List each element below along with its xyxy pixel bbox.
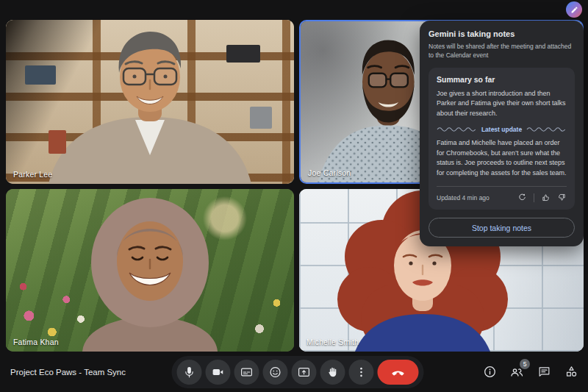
thumbs-down-icon (557, 193, 567, 202)
footer-separator (534, 193, 534, 202)
present-icon (298, 366, 311, 379)
more-options-button[interactable] (349, 360, 374, 385)
panel-title: Gemini is taking notes (429, 29, 575, 38)
shelf-box (25, 65, 56, 85)
mic-button[interactable] (177, 360, 202, 385)
shelf-box (49, 130, 66, 154)
latest-update-text: Fatima and Michelle have placed an order… (437, 138, 567, 178)
participant-name-label: Parker Lee (13, 170, 52, 179)
video-tile-fatima[interactable]: Fatima Khan (6, 189, 294, 352)
mic-icon (183, 366, 196, 379)
thumbs-up-icon (541, 193, 551, 202)
end-call-icon (391, 365, 406, 379)
refresh-icon (517, 193, 527, 202)
thumbs-down-button[interactable] (557, 193, 567, 202)
shelf-box (250, 107, 272, 129)
card-footer: Updated 4 min ago (437, 187, 567, 202)
stop-taking-notes-button[interactable]: Stop taking notes (429, 218, 575, 238)
panel-subtitle: Notes will be shared after the meeting a… (429, 42, 575, 60)
end-call-button[interactable] (378, 360, 419, 385)
latest-update-label: Latest update (481, 126, 522, 133)
summary-text: Joe gives a short introduction and then … (437, 89, 567, 119)
activities-button[interactable] (563, 364, 579, 380)
participants-button[interactable]: 5 (509, 364, 525, 380)
present-button[interactable] (292, 360, 317, 385)
raise-hand-icon (326, 366, 340, 379)
summary-title: Summary so far (437, 75, 567, 84)
captions-button[interactable] (234, 360, 259, 385)
fatima-portrait (6, 189, 294, 352)
summary-card: Summary so far Joe gives a short introdu… (429, 68, 575, 210)
more-options-icon (355, 366, 368, 379)
participant-name-label: Fatima Khan (13, 338, 59, 346)
gemini-notes-button[interactable] (566, 1, 582, 18)
activities-icon (564, 365, 578, 379)
chat-button[interactable] (536, 364, 552, 380)
info-icon (483, 365, 497, 379)
chat-icon (537, 365, 551, 379)
updated-timestamp: Updated 4 min ago (437, 194, 490, 202)
participant-name-label: Michelle Smith (306, 338, 359, 346)
reactions-button[interactable] (263, 360, 288, 385)
squiggle-icon (526, 126, 567, 132)
meeting-info-icons: 5 (481, 364, 579, 380)
call-controls (172, 356, 424, 388)
captions-icon (240, 366, 254, 379)
pencil-sparkle-icon (570, 6, 578, 14)
gemini-notes-panel: Gemini is taking notes Notes will be sha… (420, 21, 584, 246)
reactions-icon (269, 366, 282, 379)
meet-window: Parker Lee Joe Carlson (0, 0, 588, 392)
latest-update-divider: Latest update (437, 126, 567, 133)
raise-hand-button[interactable] (320, 360, 345, 385)
meeting-title: Project Eco Paws - Team Sync (10, 368, 126, 377)
camera-icon (212, 366, 225, 379)
camera-button[interactable] (206, 360, 231, 385)
participant-name-label: Joe Carlson (308, 168, 351, 177)
squiggle-icon (437, 126, 477, 132)
refresh-button[interactable] (517, 193, 527, 202)
video-tile-parker[interactable]: Parker Lee (6, 20, 294, 184)
shelf-box (226, 45, 260, 63)
bottom-bar: Project Eco Paws - Team Sync (0, 352, 588, 392)
thumbs-up-button[interactable] (541, 193, 551, 202)
participant-count-badge: 5 (520, 359, 530, 369)
meeting-details-button[interactable] (481, 364, 498, 380)
